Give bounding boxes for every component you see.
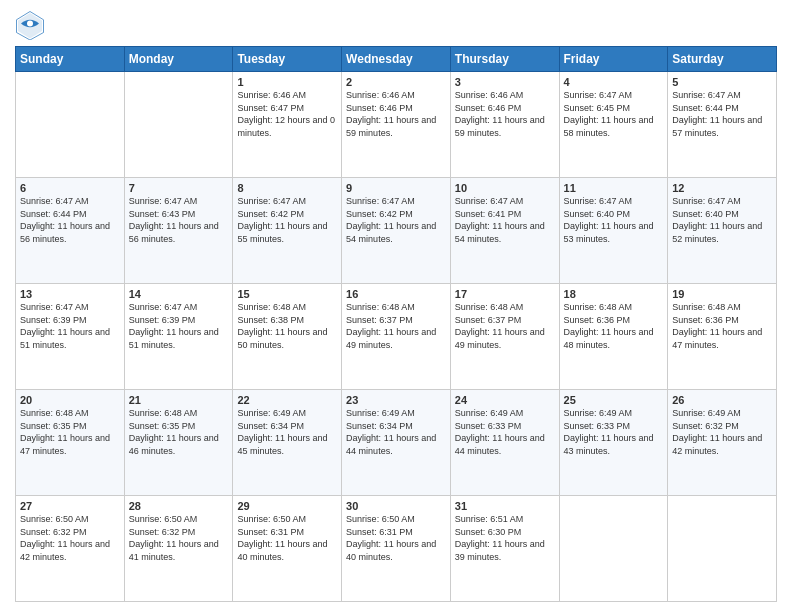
calendar-weekday-sunday: Sunday [16, 47, 125, 72]
calendar-week-1: 1Sunrise: 6:46 AMSunset: 6:47 PMDaylight… [16, 72, 777, 178]
calendar-cell [559, 496, 668, 602]
day-number: 17 [455, 288, 555, 300]
day-info: Sunrise: 6:49 AMSunset: 6:33 PMDaylight:… [455, 407, 555, 457]
calendar-cell: 29Sunrise: 6:50 AMSunset: 6:31 PMDayligh… [233, 496, 342, 602]
day-number: 31 [455, 500, 555, 512]
day-number: 18 [564, 288, 664, 300]
logo-icon [15, 10, 45, 40]
day-info: Sunrise: 6:48 AMSunset: 6:38 PMDaylight:… [237, 301, 337, 351]
calendar-week-5: 27Sunrise: 6:50 AMSunset: 6:32 PMDayligh… [16, 496, 777, 602]
calendar-cell: 5Sunrise: 6:47 AMSunset: 6:44 PMDaylight… [668, 72, 777, 178]
day-info: Sunrise: 6:50 AMSunset: 6:31 PMDaylight:… [237, 513, 337, 563]
day-info: Sunrise: 6:46 AMSunset: 6:46 PMDaylight:… [455, 89, 555, 139]
calendar-weekday-tuesday: Tuesday [233, 47, 342, 72]
day-number: 1 [237, 76, 337, 88]
day-number: 15 [237, 288, 337, 300]
calendar-cell: 21Sunrise: 6:48 AMSunset: 6:35 PMDayligh… [124, 390, 233, 496]
calendar-cell: 14Sunrise: 6:47 AMSunset: 6:39 PMDayligh… [124, 284, 233, 390]
day-number: 5 [672, 76, 772, 88]
calendar-cell: 3Sunrise: 6:46 AMSunset: 6:46 PMDaylight… [450, 72, 559, 178]
calendar-week-4: 20Sunrise: 6:48 AMSunset: 6:35 PMDayligh… [16, 390, 777, 496]
day-info: Sunrise: 6:48 AMSunset: 6:35 PMDaylight:… [129, 407, 229, 457]
day-info: Sunrise: 6:47 AMSunset: 6:40 PMDaylight:… [564, 195, 664, 245]
calendar-cell: 31Sunrise: 6:51 AMSunset: 6:30 PMDayligh… [450, 496, 559, 602]
day-number: 9 [346, 182, 446, 194]
day-info: Sunrise: 6:50 AMSunset: 6:32 PMDaylight:… [129, 513, 229, 563]
calendar-cell [668, 496, 777, 602]
calendar-cell: 12Sunrise: 6:47 AMSunset: 6:40 PMDayligh… [668, 178, 777, 284]
day-number: 13 [20, 288, 120, 300]
calendar-cell: 10Sunrise: 6:47 AMSunset: 6:41 PMDayligh… [450, 178, 559, 284]
day-number: 26 [672, 394, 772, 406]
day-number: 4 [564, 76, 664, 88]
day-number: 7 [129, 182, 229, 194]
header [15, 10, 777, 40]
calendar-cell: 13Sunrise: 6:47 AMSunset: 6:39 PMDayligh… [16, 284, 125, 390]
calendar-cell: 4Sunrise: 6:47 AMSunset: 6:45 PMDaylight… [559, 72, 668, 178]
day-number: 27 [20, 500, 120, 512]
day-number: 24 [455, 394, 555, 406]
day-number: 14 [129, 288, 229, 300]
calendar-cell: 22Sunrise: 6:49 AMSunset: 6:34 PMDayligh… [233, 390, 342, 496]
calendar-weekday-saturday: Saturday [668, 47, 777, 72]
day-info: Sunrise: 6:49 AMSunset: 6:33 PMDaylight:… [564, 407, 664, 457]
calendar-cell: 24Sunrise: 6:49 AMSunset: 6:33 PMDayligh… [450, 390, 559, 496]
calendar-cell: 27Sunrise: 6:50 AMSunset: 6:32 PMDayligh… [16, 496, 125, 602]
calendar-cell: 25Sunrise: 6:49 AMSunset: 6:33 PMDayligh… [559, 390, 668, 496]
day-number: 23 [346, 394, 446, 406]
day-number: 6 [20, 182, 120, 194]
calendar-cell: 6Sunrise: 6:47 AMSunset: 6:44 PMDaylight… [16, 178, 125, 284]
calendar-weekday-monday: Monday [124, 47, 233, 72]
day-info: Sunrise: 6:50 AMSunset: 6:32 PMDaylight:… [20, 513, 120, 563]
calendar-table: SundayMondayTuesdayWednesdayThursdayFrid… [15, 46, 777, 602]
day-info: Sunrise: 6:49 AMSunset: 6:32 PMDaylight:… [672, 407, 772, 457]
calendar-cell [16, 72, 125, 178]
calendar-cell: 11Sunrise: 6:47 AMSunset: 6:40 PMDayligh… [559, 178, 668, 284]
day-info: Sunrise: 6:48 AMSunset: 6:37 PMDaylight:… [346, 301, 446, 351]
day-info: Sunrise: 6:46 AMSunset: 6:46 PMDaylight:… [346, 89, 446, 139]
calendar-cell [124, 72, 233, 178]
day-number: 20 [20, 394, 120, 406]
day-info: Sunrise: 6:46 AMSunset: 6:47 PMDaylight:… [237, 89, 337, 139]
calendar-cell: 26Sunrise: 6:49 AMSunset: 6:32 PMDayligh… [668, 390, 777, 496]
calendar-cell: 2Sunrise: 6:46 AMSunset: 6:46 PMDaylight… [342, 72, 451, 178]
day-info: Sunrise: 6:49 AMSunset: 6:34 PMDaylight:… [237, 407, 337, 457]
day-info: Sunrise: 6:50 AMSunset: 6:31 PMDaylight:… [346, 513, 446, 563]
day-info: Sunrise: 6:48 AMSunset: 6:37 PMDaylight:… [455, 301, 555, 351]
calendar-cell: 8Sunrise: 6:47 AMSunset: 6:42 PMDaylight… [233, 178, 342, 284]
calendar-weekday-thursday: Thursday [450, 47, 559, 72]
day-info: Sunrise: 6:48 AMSunset: 6:35 PMDaylight:… [20, 407, 120, 457]
day-number: 8 [237, 182, 337, 194]
calendar-cell: 7Sunrise: 6:47 AMSunset: 6:43 PMDaylight… [124, 178, 233, 284]
logo [15, 10, 49, 40]
day-number: 28 [129, 500, 229, 512]
day-number: 19 [672, 288, 772, 300]
day-info: Sunrise: 6:48 AMSunset: 6:36 PMDaylight:… [672, 301, 772, 351]
day-info: Sunrise: 6:47 AMSunset: 6:45 PMDaylight:… [564, 89, 664, 139]
day-info: Sunrise: 6:47 AMSunset: 6:43 PMDaylight:… [129, 195, 229, 245]
page: SundayMondayTuesdayWednesdayThursdayFrid… [0, 0, 792, 612]
day-info: Sunrise: 6:47 AMSunset: 6:42 PMDaylight:… [346, 195, 446, 245]
day-number: 25 [564, 394, 664, 406]
day-info: Sunrise: 6:47 AMSunset: 6:40 PMDaylight:… [672, 195, 772, 245]
calendar-header-row: SundayMondayTuesdayWednesdayThursdayFrid… [16, 47, 777, 72]
calendar-cell: 30Sunrise: 6:50 AMSunset: 6:31 PMDayligh… [342, 496, 451, 602]
day-info: Sunrise: 6:47 AMSunset: 6:39 PMDaylight:… [20, 301, 120, 351]
day-number: 11 [564, 182, 664, 194]
calendar-cell: 17Sunrise: 6:48 AMSunset: 6:37 PMDayligh… [450, 284, 559, 390]
day-info: Sunrise: 6:48 AMSunset: 6:36 PMDaylight:… [564, 301, 664, 351]
calendar-cell: 16Sunrise: 6:48 AMSunset: 6:37 PMDayligh… [342, 284, 451, 390]
day-info: Sunrise: 6:47 AMSunset: 6:44 PMDaylight:… [672, 89, 772, 139]
calendar-weekday-friday: Friday [559, 47, 668, 72]
day-info: Sunrise: 6:47 AMSunset: 6:39 PMDaylight:… [129, 301, 229, 351]
calendar-cell: 1Sunrise: 6:46 AMSunset: 6:47 PMDaylight… [233, 72, 342, 178]
svg-point-2 [27, 21, 33, 27]
day-info: Sunrise: 6:51 AMSunset: 6:30 PMDaylight:… [455, 513, 555, 563]
day-info: Sunrise: 6:47 AMSunset: 6:41 PMDaylight:… [455, 195, 555, 245]
calendar-cell: 23Sunrise: 6:49 AMSunset: 6:34 PMDayligh… [342, 390, 451, 496]
day-info: Sunrise: 6:47 AMSunset: 6:44 PMDaylight:… [20, 195, 120, 245]
day-number: 16 [346, 288, 446, 300]
calendar-weekday-wednesday: Wednesday [342, 47, 451, 72]
day-number: 22 [237, 394, 337, 406]
calendar-cell: 28Sunrise: 6:50 AMSunset: 6:32 PMDayligh… [124, 496, 233, 602]
